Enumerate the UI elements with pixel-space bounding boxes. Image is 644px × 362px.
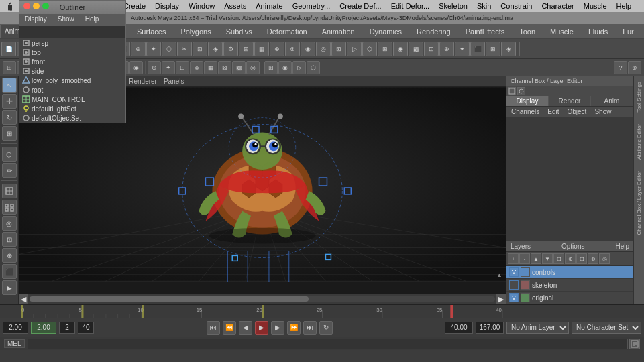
layers-help-label[interactable]: Help <box>615 243 629 250</box>
outliner-search-input[interactable] <box>19 26 125 38</box>
vp-menu-renderer[interactable]: Renderer <box>129 78 157 85</box>
toolbar-icon-27[interactable]: ✦ <box>455 42 470 56</box>
rotate-tool-button[interactable]: ↻ <box>2 110 17 125</box>
delete-layer-button[interactable]: - <box>519 253 530 264</box>
toolbar-icon-14[interactable]: ▦ <box>254 42 269 56</box>
current-frame-field-left[interactable] <box>3 322 28 334</box>
menu-skeleton[interactable]: Skeleton <box>435 2 472 10</box>
st-icon-11[interactable]: ⊕ <box>148 61 161 74</box>
st-icon-r1[interactable]: ? <box>614 61 627 74</box>
menu-animate[interactable]: Animate <box>252 2 286 10</box>
toolbar-icon-25[interactable]: ⊡ <box>424 42 439 56</box>
to-start-button[interactable]: ⏮ <box>207 321 220 335</box>
channels-menu[interactable]: Channels <box>507 107 543 116</box>
st-icon-r2[interactable]: ⊕ <box>628 61 641 74</box>
menu-help[interactable]: Help <box>612 2 636 10</box>
tool-settings-label[interactable]: Tool Settings <box>635 79 643 115</box>
st-icon-15[interactable]: ▦ <box>204 61 217 74</box>
toolbar-icon-26[interactable]: ⊕ <box>439 42 454 56</box>
tab-painteffects[interactable]: PaintEffects <box>458 25 513 38</box>
layer-visible-original[interactable]: V <box>509 293 519 302</box>
outliner-item-light-set[interactable]: defaultLightSet <box>19 104 125 113</box>
menu-display[interactable]: Display <box>151 2 183 10</box>
outliner-item-side[interactable]: side <box>19 66 125 76</box>
lasso-select-button[interactable]: ⬡ <box>2 147 17 162</box>
range-end-field[interactable] <box>476 322 504 334</box>
frame-start-field[interactable] <box>59 322 75 334</box>
outliner-item-low-poly[interactable]: low_poly_smoothed <box>19 76 125 85</box>
lt-icon-6[interactable]: ⬛ <box>2 264 17 279</box>
layer-row-controls[interactable]: V controls <box>506 266 633 279</box>
lt-icon-1[interactable] <box>2 184 17 198</box>
outliner-item-object-set[interactable]: defaultObjectSet <box>19 113 125 123</box>
lt-icon-3[interactable]: ◎ <box>2 216 17 231</box>
tab-display[interactable]: Display <box>506 96 549 106</box>
toolbar-icon-23[interactable]: ◉ <box>393 42 408 56</box>
scale-tool-button[interactable]: ⊞ <box>2 126 17 141</box>
st-icon-19[interactable]: ⊞ <box>264 61 278 74</box>
toolbar-icon-11[interactable]: ◈ <box>208 42 223 56</box>
tab-fluids[interactable]: Fluids <box>581 25 615 38</box>
st-icon-16[interactable]: ⊠ <box>218 61 231 74</box>
lt-icon-4[interactable]: ⊡ <box>2 232 17 247</box>
toolbar-icon-15[interactable]: ⊕ <box>270 42 284 56</box>
outliner-item-main-control[interactable]: MAIN_CONTROL <box>19 95 125 104</box>
tab-rendering[interactable]: Rendering <box>409 25 458 38</box>
toolbar-icon-18[interactable]: ◎ <box>316 42 331 56</box>
tab-polygons[interactable]: Polygons <box>173 25 218 38</box>
toolbar-icon-16[interactable]: ⊗ <box>285 42 300 56</box>
next-key-button[interactable]: ⏩ <box>287 321 301 335</box>
scroll-track-h[interactable] <box>30 296 495 302</box>
layer-row-skeleton[interactable]: skeleton <box>506 279 633 292</box>
maximize-window-button[interactable] <box>42 3 49 9</box>
outliner-item-persp[interactable]: persp <box>19 38 125 48</box>
snap-grid-button[interactable]: ⊞ <box>3 61 16 74</box>
outliner-item-root[interactable]: root <box>19 85 125 95</box>
menu-assets[interactable]: Assets <box>220 2 250 10</box>
timeline-area[interactable]: 0 5 10 15 20 25 30 35 40 <box>0 304 644 318</box>
cb-icon-1[interactable] <box>508 87 516 95</box>
next-frame-button[interactable]: ▶ <box>271 321 284 335</box>
anim-layer-selector[interactable]: No Anim Layer <box>506 322 569 334</box>
layer-row-original[interactable]: V original <box>506 292 633 304</box>
attribute-editor-tab[interactable]: Tool Settings Attribute Editor Channel B… <box>633 76 644 304</box>
tab-deformation[interactable]: Deformation <box>260 25 315 38</box>
layer-icon-5[interactable]: ⊞ <box>553 253 564 264</box>
paint-select-button[interactable]: ✏ <box>2 163 17 178</box>
menu-character[interactable]: Character <box>537 2 578 10</box>
channel-box-tab-label[interactable]: Channel Box / Layer Editor <box>635 168 643 238</box>
timeline-ruler[interactable]: 0 5 10 15 20 25 30 35 40 <box>21 305 503 318</box>
edit-menu[interactable]: Edit <box>543 107 563 116</box>
layer-color-skeleton[interactable] <box>521 280 530 290</box>
select-tool-button[interactable]: ↖ <box>2 78 17 93</box>
tab-dynamics[interactable]: Dynamics <box>362 25 409 38</box>
menu-constrain[interactable]: Constrain <box>496 2 536 10</box>
toolbar-icon-17[interactable]: ◉ <box>301 42 315 56</box>
toolbar-icon-13[interactable]: ⊞ <box>239 42 254 56</box>
prev-key-button[interactable]: ⏪ <box>223 321 236 335</box>
toolbar-icon-7[interactable]: ✦ <box>146 42 161 56</box>
menu-geometry[interactable]: Geometry... <box>288 2 335 10</box>
toolbar-icon-9[interactable]: ✂ <box>177 42 192 56</box>
script-editor-button[interactable] <box>629 339 640 349</box>
st-icon-13[interactable]: ⊡ <box>176 61 189 74</box>
toolbar-icon-12[interactable]: ⚙ <box>223 42 238 56</box>
layer-color-controls[interactable] <box>521 267 530 277</box>
tab-anim[interactable]: Anim <box>591 96 633 106</box>
lt-icon-5[interactable]: ⊕ <box>2 248 17 263</box>
st-icon-14[interactable]: ◈ <box>190 61 203 74</box>
outliner-menu-help[interactable]: Help <box>80 14 105 26</box>
show-menu[interactable]: Show <box>590 107 615 116</box>
menu-muscle[interactable]: Muscle <box>580 2 611 10</box>
loop-button[interactable]: ↻ <box>319 321 333 335</box>
st-icon-20[interactable]: ◉ <box>278 61 292 74</box>
tab-toon[interactable]: Toon <box>512 25 543 38</box>
mel-input[interactable] <box>28 339 628 349</box>
tab-fur[interactable]: Fur <box>615 25 641 38</box>
tab-animation[interactable]: Animation <box>315 25 362 38</box>
menu-skin[interactable]: Skin <box>473 2 495 10</box>
layer-visible-skeleton[interactable] <box>509 280 519 290</box>
layer-icon-3[interactable]: ▲ <box>531 253 541 264</box>
layer-icon-9[interactable]: ◎ <box>599 253 610 264</box>
toolbar-icon-24[interactable]: ▩ <box>409 42 423 56</box>
